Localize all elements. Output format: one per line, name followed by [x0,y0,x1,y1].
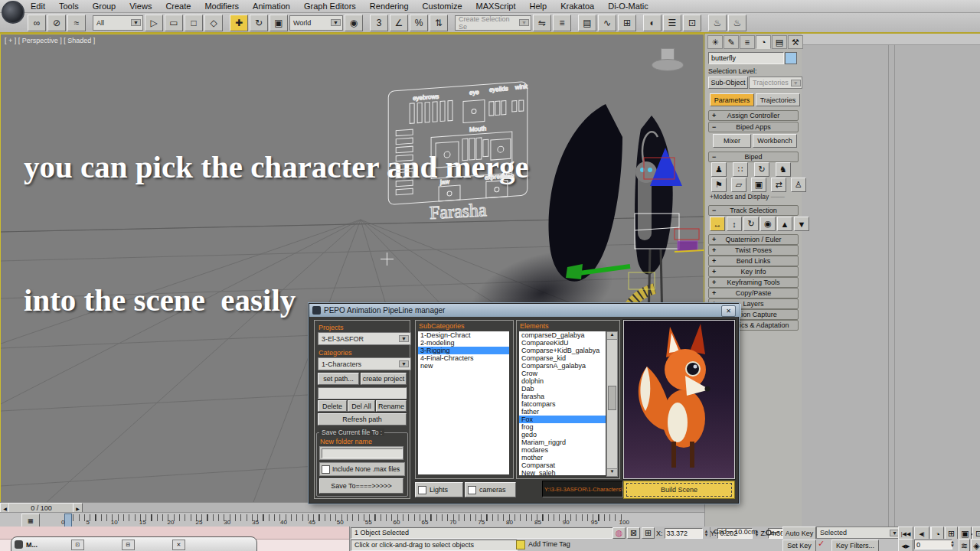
menu-maxscript[interactable]: MAXScript [476,2,516,11]
biped-playback-icon[interactable]: ⚑ [711,178,727,192]
list-item[interactable]: 2-modeling [418,339,509,347]
body-horizontal-icon[interactable]: ↔ [710,217,725,231]
rollout-copy-paste[interactable]: +Copy/Paste [708,288,799,298]
quick-render-teapot-icon[interactable]: ♨ [728,15,746,31]
dialog-close-icon[interactable]: ✕ [721,305,736,317]
list-item[interactable]: farasha [519,393,606,400]
save-file-icon[interactable]: ▣ [751,178,766,192]
viewport-label[interactable]: [ + ] [ Perspective ] [ Shaded ] [5,37,95,44]
parameters-tab[interactable]: Parameters [710,93,754,106]
mixer-button[interactable]: Mixer [713,134,751,148]
tab-motion-icon[interactable]: ◔ [756,35,771,49]
isolate-balloon-icon[interactable]: ◍ [612,527,626,539]
list-item[interactable]: new [418,362,509,370]
scroll-thumb[interactable] [608,386,616,410]
rollout-key-info[interactable]: +Key Info [708,266,799,277]
trajectories-tab[interactable]: Trajectories [756,93,800,106]
rollout-assign-controller[interactable]: +Assign Controller [708,110,799,121]
menu-graph-editors[interactable]: Graph Editors [304,2,356,11]
minimized-window[interactable]: M... ⊡ ⊟ ✕ [11,536,257,551]
snap-toggle-icon[interactable]: 3 [370,15,388,31]
body-vertical-icon[interactable]: ↕ [727,217,742,231]
track-bar[interactable]: ▦ 05101520253035404550556065707580859095… [0,512,704,527]
align-icon[interactable]: ≡ [553,15,571,31]
add-time-tag[interactable]: Add Time Tag [528,540,570,549]
gray-prop-object[interactable] [650,47,684,77]
list-item[interactable]: Mariam_riggrd [519,439,606,446]
list-item[interactable]: gedo [519,431,606,439]
tab-modify-icon[interactable]: ✎ [724,35,739,49]
list-item[interactable]: fatcompars [519,400,606,408]
scale-tool-icon[interactable]: ▣ [270,15,288,31]
list-item[interactable]: Crow [519,370,606,377]
biped-figure-mode-icon[interactable]: ♟ [711,162,727,177]
spinner-snap-icon[interactable]: ⇅ [430,15,448,31]
object-color-swatch[interactable] [785,52,797,64]
key-mode-dropdown[interactable]: Selected▼ [816,527,902,539]
list-item[interactable]: Dab [519,385,606,393]
menu-diomatic[interactable]: Di-O-Matic [608,2,648,11]
link-icon[interactable]: ∞ [28,15,46,31]
mirror-icon[interactable]: ⇋ [533,15,551,31]
key-step-icon[interactable]: ◀▶ [898,539,913,551]
modes-and-display-expander[interactable]: +Modes and Display ─── [710,193,785,201]
pivot-center-icon[interactable]: ◉ [345,15,363,31]
tab-hierarchy-icon[interactable]: ≡ [740,35,755,49]
dialog-title-bar[interactable]: PEPO Animation PipeLine manager ✕ [309,304,741,317]
list-item[interactable]: Comparsat [519,461,606,469]
rollout-track-selection[interactable]: −Track Selection [708,205,799,216]
rollout-quaternion-euler[interactable]: +Quaternion / Euler [708,234,799,245]
frame-spinner[interactable]: ▲▼ [950,540,955,548]
render-teapot-icon[interactable]: ♨ [708,15,727,31]
sub-object-button[interactable]: Sub-Object [708,77,748,89]
elements-list[interactable]: comparseD_galabya CompareeKidU Comparse+… [519,331,606,475]
rollout-keyframing-tools[interactable]: +Keyframing Tools [708,277,799,288]
fence-region-icon[interactable]: ◇ [204,15,223,31]
auto-key-button[interactable]: Auto Key [782,527,816,540]
project-name-input[interactable] [318,387,407,399]
delete-button[interactable]: Delete [318,400,347,412]
percent-snap-icon[interactable]: % [410,15,428,31]
menu-animation[interactable]: Animation [253,2,290,11]
rollout-biped-apps[interactable]: −Biped Apps [708,122,799,132]
lights-checkbox[interactable] [418,486,426,494]
layer-manager-icon[interactable]: ▤ [578,15,596,31]
rotate-tool-icon[interactable]: ↻ [250,15,268,31]
rollout-biped[interactable]: −Biped [708,152,799,162]
menu-krakatoa[interactable]: Krakatoa [560,2,594,11]
motion-flow-mode-icon[interactable]: ↻ [754,162,769,177]
footstep-mode-icon[interactable]: ∷ [733,162,748,177]
cameras-checkbox[interactable] [468,486,476,494]
x-coordinate-field[interactable]: 33.372 [665,528,703,539]
current-frame-field[interactable] [914,540,952,549]
menu-help[interactable]: Help [530,2,547,11]
save-to-button[interactable]: Save To====>>>>> [319,478,403,494]
mini-close-icon[interactable]: ✕ [172,540,185,550]
pepo-pipeline-dialog[interactable]: PEPO Animation PipeLine manager ✕ Projec… [309,303,739,504]
new-folder-input[interactable] [322,448,403,458]
list-item-selected[interactable]: 3-Rigging [418,347,509,354]
list-item[interactable]: modares [519,446,606,454]
move-tool-icon[interactable]: ✚ [230,15,248,31]
load-file-icon[interactable]: ▱ [731,178,746,192]
menu-rendering[interactable]: Rendering [370,2,409,11]
tab-utilities-icon[interactable]: ⚒ [788,35,803,49]
rollout-bend-links[interactable]: +Bend Links [708,256,799,266]
refresh-path-button[interactable]: Refresh path [318,413,407,425]
reference-coord-dropdown[interactable]: World▼ [289,15,343,31]
list-item[interactable]: CompareeKidU [519,339,606,347]
categories-dropdown[interactable]: 1-Characters▼ [318,357,411,370]
list-item[interactable]: 4-Final-Chracters [418,354,509,362]
workbench-button[interactable]: Workbench [753,134,797,148]
tab-display-icon[interactable]: ▤ [772,35,787,49]
key-filters-button[interactable]: Key Filters... [831,540,879,551]
list-item[interactable]: Comparse+KidB_galabya [519,347,606,354]
del-all-button[interactable]: Del All [348,400,375,412]
selection-lock-icon[interactable]: ⊠ [627,527,640,539]
cameras-toggle[interactable]: cameras [465,482,516,497]
rollout-twist-poses[interactable]: +Twist Poses [708,245,799,256]
bind-spacewarp-icon[interactable]: ≈ [67,15,86,31]
select-by-name-icon[interactable]: ▭ [165,15,183,31]
select-object-icon[interactable]: ▷ [145,15,163,31]
mini-restore-icon[interactable]: ⊡ [71,540,84,550]
